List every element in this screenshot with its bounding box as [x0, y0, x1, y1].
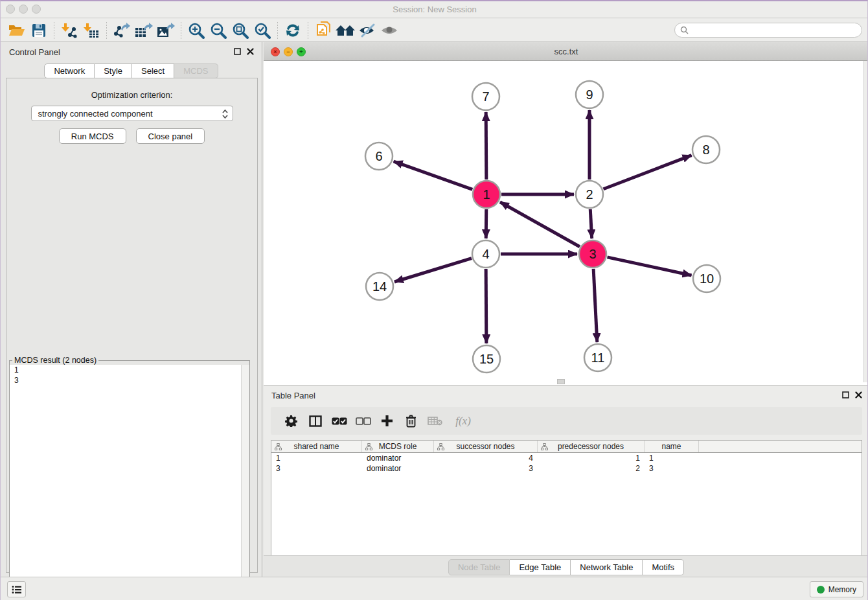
tab-network-table[interactable]: Network Table — [571, 559, 643, 575]
column-header-predecessor-nodes[interactable]: predecessor nodes — [538, 441, 645, 452]
function-builder-button[interactable]: f(x) — [447, 410, 479, 432]
table-cell: 3 — [271, 463, 362, 474]
tab-network[interactable]: Network — [44, 63, 95, 78]
table-cell: 1 — [271, 453, 362, 463]
zoom-out-button[interactable] — [207, 21, 229, 40]
tab-style[interactable]: Style — [95, 63, 132, 78]
zoom-fit-button[interactable] — [229, 21, 251, 40]
toolbar-separator — [54, 22, 54, 39]
table-cell: 3 — [434, 463, 538, 474]
graph-node-label: 6 — [375, 149, 382, 163]
column-header-MCDS-role[interactable]: MCDS role — [362, 441, 434, 452]
graph-edge-3-11[interactable] — [593, 269, 597, 342]
table-panel: Table Panel — [264, 385, 868, 578]
toolbar-separator — [181, 22, 181, 39]
import-table-button[interactable] — [80, 21, 102, 40]
deselect-all-button[interactable] — [351, 410, 375, 432]
memory-button[interactable]: Memory — [810, 581, 863, 597]
column-header-successor-nodes[interactable]: successor nodes — [434, 441, 538, 452]
select-all-button[interactable] — [327, 410, 351, 432]
export-network-button[interactable] — [111, 21, 133, 40]
table-cell: dominator — [362, 453, 434, 463]
column-header-name[interactable]: name — [645, 441, 699, 452]
search-box — [674, 23, 862, 38]
plus-icon — [381, 415, 393, 427]
graph-edge-2-8[interactable] — [603, 156, 691, 189]
import-table-icon — [84, 23, 99, 38]
network-canvas[interactable]: 7968124314101511 — [264, 61, 868, 385]
float-panel-icon[interactable] — [842, 391, 849, 398]
unchecked-boxes-icon — [356, 417, 371, 425]
column-view-button[interactable] — [303, 410, 327, 432]
column-header-label: successor nodes — [456, 442, 514, 451]
home-button[interactable] — [334, 21, 356, 40]
table-cell: 3 — [645, 463, 699, 474]
graph-edge-3-10[interactable] — [607, 257, 691, 275]
toolbar-separator — [308, 22, 308, 39]
export-image-button[interactable] — [155, 21, 177, 40]
tab-node-table[interactable]: Node Table — [448, 559, 510, 575]
network-resize-handle[interactable] — [557, 379, 565, 384]
mcds-panel: Optimization criterion: strongly connect… — [6, 78, 258, 573]
tab-edge-table[interactable]: Edge Table — [510, 559, 571, 575]
close-panel-button[interactable]: Close panel — [136, 128, 205, 144]
open-session-button[interactable] — [6, 21, 28, 40]
close-panel-icon[interactable] — [247, 48, 254, 55]
zoom-selected-button[interactable] — [251, 21, 273, 40]
table-settings-button[interactable] — [279, 410, 303, 432]
graph-edge-2-3[interactable] — [590, 209, 591, 238]
control-panel-title: Control Panel — [9, 47, 60, 57]
table-body: 1dominator4113dominator323 — [271, 453, 862, 474]
graph-node-label: 8 — [702, 143, 709, 157]
optimization-criterion-dropdown[interactable]: strongly connected component — [31, 106, 233, 121]
show-all-button[interactable] — [378, 21, 400, 40]
eye-icon — [380, 24, 398, 37]
hide-selected-button[interactable] — [356, 21, 378, 40]
tab-select[interactable]: Select — [132, 63, 174, 78]
add-column-button[interactable] — [375, 410, 399, 432]
node-table: shared nameMCDS rolesuccessor nodesprede… — [271, 440, 862, 556]
network-graph: 7968124314101511 — [264, 61, 868, 385]
refresh-button[interactable] — [282, 21, 304, 40]
network-window-title: scc.txt — [264, 47, 868, 56]
graph-edge-4-14[interactable] — [394, 259, 472, 282]
graph-edge-4-15[interactable] — [486, 269, 486, 343]
graph-edge-3-1[interactable] — [500, 202, 580, 247]
status-bar: Memory — [1, 577, 868, 600]
task-history-button[interactable] — [7, 581, 26, 597]
open-folder-icon — [8, 23, 25, 38]
export-table-button[interactable] — [133, 21, 155, 40]
zoom-selected-icon — [254, 22, 271, 39]
delete-table-button[interactable] — [423, 410, 447, 432]
graph-node-label: 10 — [700, 271, 714, 286]
zoom-in-button[interactable] — [185, 21, 207, 40]
delete-column-button[interactable] — [399, 410, 423, 432]
network-vertical-scrollbar[interactable] — [863, 61, 868, 382]
table-row[interactable]: 1dominator411 — [271, 453, 862, 463]
table-header-row: shared nameMCDS rolesuccessor nodesprede… — [271, 441, 862, 453]
save-session-button[interactable] — [28, 21, 50, 40]
graph-edge-1-7[interactable] — [486, 112, 486, 179]
zoom-in-icon — [188, 22, 205, 39]
mcds-result-line: 1 — [10, 365, 249, 375]
search-input[interactable] — [692, 26, 856, 35]
close-panel-icon[interactable] — [855, 391, 862, 398]
table-row[interactable]: 3dominator323 — [271, 463, 862, 474]
main-toolbar — [1, 19, 868, 42]
run-mcds-button[interactable]: Run MCDS — [59, 128, 126, 144]
table-cell: dominator — [362, 463, 434, 474]
result-scrollbar[interactable] — [241, 365, 249, 600]
import-network-button[interactable] — [58, 21, 80, 40]
float-panel-icon[interactable] — [234, 48, 241, 55]
graph-node-label: 3 — [589, 247, 596, 261]
network-window-titlebar[interactable]: × − + scc.txt — [264, 42, 868, 61]
tab-mcds[interactable]: MCDS — [174, 63, 218, 78]
graph-edge-1-6[interactable] — [394, 161, 473, 189]
tab-motifs[interactable]: Motifs — [643, 559, 684, 575]
copy-network-icon — [315, 21, 332, 40]
copy-network-view-button[interactable] — [312, 21, 334, 40]
attribute-icon — [365, 443, 372, 450]
control-panel-tabs: NetworkStyleSelectMCDS — [1, 63, 262, 78]
gear-icon — [285, 415, 297, 427]
column-header-shared-name[interactable]: shared name — [271, 441, 362, 452]
